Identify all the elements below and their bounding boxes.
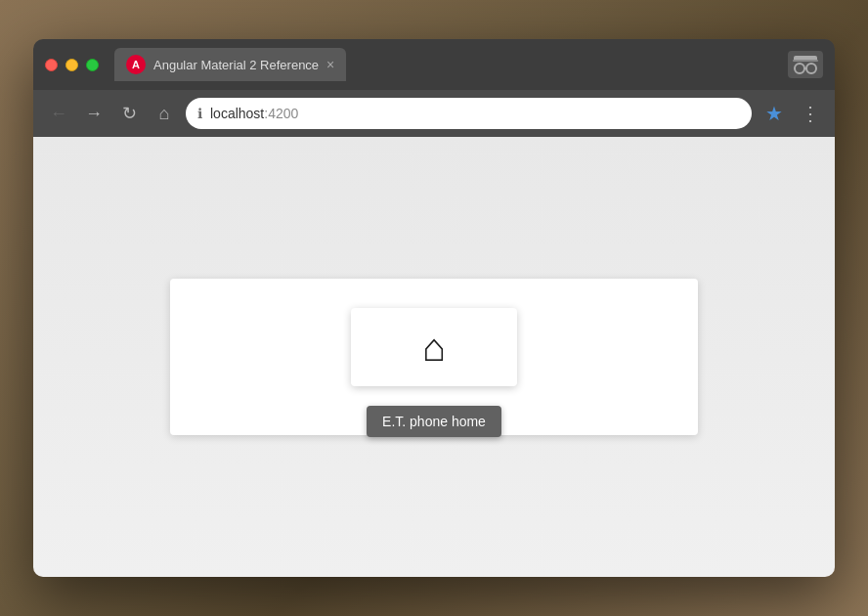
home-nav-button[interactable]: ⌂ <box>151 100 178 127</box>
tab-close-icon[interactable]: × <box>326 58 334 71</box>
angular-favicon: A <box>126 55 146 74</box>
tab-title: Angular Material 2 Reference <box>153 58 319 72</box>
incognito-area <box>788 51 823 78</box>
home-icon: ⌂ <box>422 328 446 367</box>
tooltip-text: E.T. phone home <box>382 414 486 429</box>
svg-rect-1 <box>793 60 818 62</box>
page-content: ⌂ E.T. phone home <box>33 137 835 577</box>
url-display: localhost:4200 <box>210 106 740 121</box>
svg-point-3 <box>806 64 816 73</box>
browser-menu-button[interactable]: ⋮ <box>797 102 823 125</box>
content-card: ⌂ E.T. phone home <box>170 279 698 435</box>
refresh-button[interactable]: ↻ <box>115 100 143 127</box>
close-button[interactable] <box>45 59 58 71</box>
incognito-icon <box>788 51 823 78</box>
bookmark-button[interactable]: ★ <box>760 102 789 125</box>
back-button[interactable]: ← <box>45 100 72 127</box>
address-bar[interactable]: ℹ localhost:4200 <box>186 98 752 129</box>
traffic-lights <box>45 59 99 71</box>
tab-bar: A Angular Material 2 Reference × <box>114 48 780 81</box>
svg-point-2 <box>795 64 804 73</box>
maximize-button[interactable] <box>86 59 99 71</box>
title-bar: A Angular Material 2 Reference × <box>33 39 835 90</box>
browser-window: A Angular Material 2 Reference × ← <box>33 39 835 577</box>
tooltip: E.T. phone home <box>367 406 501 437</box>
home-icon-button[interactable]: ⌂ <box>351 308 517 386</box>
info-icon: ℹ <box>197 106 202 121</box>
active-tab[interactable]: A Angular Material 2 Reference × <box>114 48 346 81</box>
nav-bar: ← → ↻ ⌂ ℹ localhost:4200 ★ ⋮ <box>33 90 835 137</box>
forward-button[interactable]: → <box>80 100 108 127</box>
minimize-button[interactable] <box>65 59 78 71</box>
